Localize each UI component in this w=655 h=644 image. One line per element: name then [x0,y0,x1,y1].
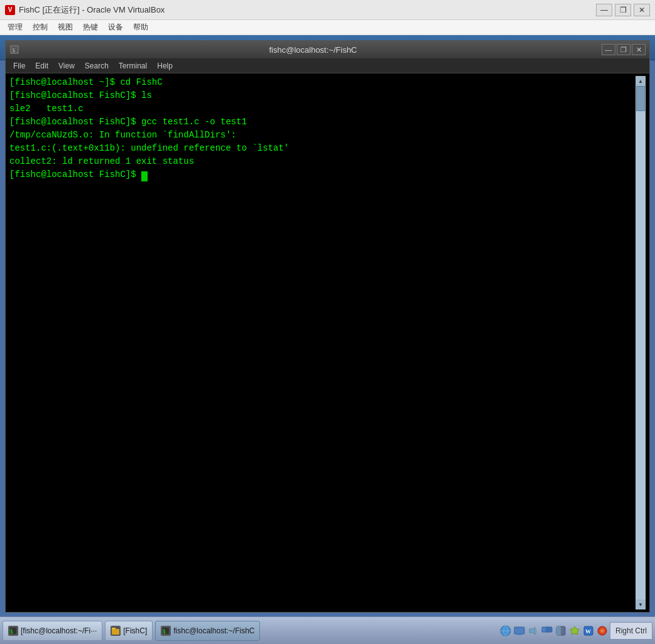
taskbar-item-2[interactable]: [FishC] [105,621,153,641]
taskbar-item-1-label: [fishc@localhost:~/Fi··· [21,626,97,635]
vbox-minimize-btn[interactable]: — [596,4,612,16]
taskbar-item-2-icon [111,626,121,636]
tray-icon-2[interactable] [513,625,526,637]
terminal-line-3: sle2 test1.c [9,102,636,115]
tray-icon-6[interactable] [568,625,581,637]
taskbar-item-1[interactable]: $ [fishc@localhost:~/Fi··· [3,621,102,641]
taskbar-item-1-icon: $ [8,626,18,636]
taskbar-right-icons: W Right Ctrl [499,622,652,640]
svg-rect-33 [112,628,116,630]
svg-text:W: W [585,628,591,635]
svg-rect-45 [556,626,561,635]
vbox-titlebar: V FishC [正在运行] - Oracle VM VirtualBox — … [0,0,655,20]
terminal-menu-search[interactable]: Search [80,60,114,72]
terminal-output: [fishc@localhost ~]$ cd FishC [fishc@loc… [9,76,636,609]
tray-icon-8[interactable] [596,625,609,637]
terminal-restore-btn[interactable]: ❐ [617,44,631,55]
right-ctrl-btn[interactable]: Right Ctrl [610,622,652,640]
svg-marker-41 [529,627,535,635]
terminal-controls: — ❐ ✕ [602,44,646,55]
terminal-line-5: /tmp/ccaNUzdS.o: In function `findAllDir… [9,129,636,142]
terminal-line-1: [fishc@localhost ~]$ cd FishC [9,76,636,89]
vbox-menu-view[interactable]: 视图 [53,21,78,34]
svg-rect-39 [514,627,524,634]
tray-icon-5[interactable] [555,625,567,637]
svg-rect-43 [546,627,552,632]
taskbar-item-3-label: fishc@localhost:~/FishC [173,626,254,635]
tray-icon-4[interactable] [541,625,553,637]
terminal-menubar: File Edit View Search Terminal Help [6,58,649,73]
taskbar-item-3-icon: $ [161,626,171,636]
terminal-titlebar: $ fishc@localhost:~/FishC — ❐ ✕ [6,41,649,58]
terminal-close-btn[interactable]: ✕ [632,44,646,55]
terminal-content[interactable]: [fishc@localhost ~]$ cd FishC [fishc@loc… [6,73,649,612]
taskbar-item-3[interactable]: $ fishc@localhost:~/FishC [155,621,260,641]
terminal-title: fishc@localhost:~/FishC [24,45,602,55]
vbox-menu-device[interactable]: 设备 [103,21,128,34]
terminal-line-8: [fishc@localhost FishC]$ [9,168,636,181]
scrollbar-track[interactable] [636,86,646,599]
vbox-restore-btn[interactable]: ❐ [615,4,631,16]
terminal-line-4: [fishc@localhost FishC]$ gcc test1.c -o … [9,115,636,129]
vbox-menu-control[interactable]: 控制 [28,21,53,34]
guest-taskbar: $ [fishc@localhost:~/Fi··· [FishC] [0,616,655,644]
terminal-menu-help[interactable]: Help [152,60,178,72]
terminal-menu-terminal[interactable]: Terminal [114,60,152,72]
scrollbar-thumb[interactable] [636,86,645,111]
taskbar-item-2-label: [FishC] [123,626,147,635]
vbox-menubar: 管理 控制 视图 热键 设备 帮助 [0,20,655,35]
tray-icon-1[interactable] [499,625,512,637]
terminal-window: $ fishc@localhost:~/FishC — ❐ ✕ File Edi… [5,40,650,613]
vbox-menu-hotkey[interactable]: 热键 [78,21,103,34]
svg-rect-32 [112,629,119,635]
svg-point-50 [601,630,604,632]
scrollbar-down-arrow[interactable]: ▼ [636,599,646,609]
terminal-scrollbar[interactable]: ▲ ▼ [636,76,646,609]
svg-text:$: $ [10,629,13,635]
terminal-menu-file[interactable]: File [8,60,30,72]
svg-rect-40 [517,634,522,635]
tray-icon-7[interactable]: W [582,625,595,637]
terminal-line-7: collect2: ld returned 1 exit status [9,155,636,168]
vbox-title: FishC [正在运行] - Oracle VM VirtualBox [19,4,596,16]
tray-icon-3[interactable] [527,625,539,637]
scrollbar-up-arrow[interactable]: ▲ [636,76,646,86]
terminal-menu-edit[interactable]: Edit [30,60,53,72]
terminal-menu-view[interactable]: View [53,60,80,72]
svg-text:$: $ [163,629,166,635]
vbox-icon: V [5,5,15,15]
vbox-menu-help[interactable]: 帮助 [128,21,153,34]
vbox-menu-manage[interactable]: 管理 [3,21,28,34]
terminal-titlebar-icon: $ [9,45,19,55]
vbox-close-btn[interactable]: ✕ [634,4,650,16]
terminal-minimize-btn[interactable]: — [602,44,615,55]
terminal-line-6: test1.c:(.text+0x11b): undefined referen… [9,142,636,155]
terminal-line-2: [fishc@localhost FishC]$ ls [9,89,636,102]
guest-os-area: Applications Places Sy [0,35,655,644]
svg-text:$: $ [12,47,15,53]
virtualbox-window: V FishC [正在运行] - Oracle VM VirtualBox — … [0,0,655,644]
vbox-window-controls: — ❐ ✕ [596,4,650,16]
terminal-cursor [141,171,148,181]
